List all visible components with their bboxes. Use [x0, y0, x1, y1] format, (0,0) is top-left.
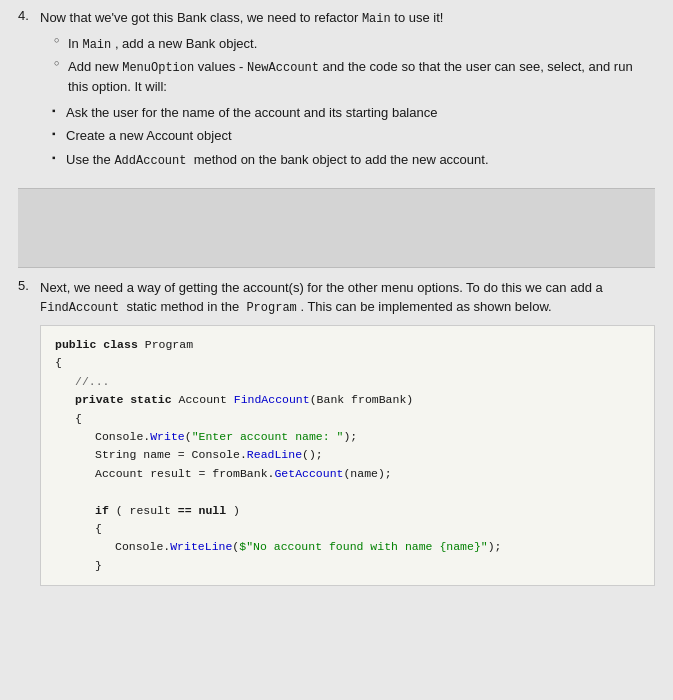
code-line-8: Account result = fromBank.GetAccount(nam… [55, 465, 640, 483]
item-4-intro: Now that we've got this Bank class, we n… [40, 8, 655, 28]
item-5-number: 5. [18, 278, 40, 587]
item-4: 4. Now that we've got this Bank class, w… [18, 8, 655, 176]
item-5-intro: Next, we need a way of getting the accou… [40, 278, 655, 318]
code-block: public class Program { //... private sta… [40, 325, 655, 586]
method-writeline: WriteLine [170, 540, 232, 553]
page-content: 4. Now that we've got this Bank class, w… [0, 0, 673, 614]
method-write: Write [150, 430, 185, 443]
code-line-1: public class Program [55, 336, 640, 354]
kw-if: if [95, 504, 109, 517]
code-line-2: { [55, 354, 640, 372]
code-line-12: Console.WriteLine($"No account found wit… [55, 538, 640, 556]
divider-area [18, 188, 655, 268]
item-4-bullets: Ask the user for the name of the account… [52, 103, 655, 170]
subbullet-2: Add new MenuOption values - NewAccount a… [54, 57, 655, 97]
findaccount-code: FindAccount [40, 301, 119, 315]
kw-public: public class [55, 338, 138, 351]
code-line-3: //... [55, 373, 640, 391]
item-4-subbullets: In Main , add a new Bank object. Add new… [54, 34, 655, 97]
method-readline: ReadLine [247, 448, 302, 461]
kw-null: null [199, 504, 227, 517]
code-line-13: } [55, 557, 640, 575]
code-line-5: { [55, 410, 640, 428]
string-1: "Enter account name: " [192, 430, 344, 443]
code-line-7: String name = Console.ReadLine(); [55, 446, 640, 464]
method-getaccount: GetAccount [274, 467, 343, 480]
code-line-9 [55, 483, 640, 501]
program-code: Program [246, 301, 296, 315]
newaccount-code: NewAccount [247, 61, 319, 75]
bullet-3: Use the AddAccount method on the bank ob… [52, 150, 655, 170]
code-line-11: { [55, 520, 640, 538]
main-code-1: Main [362, 12, 391, 26]
code-line-10: if ( result == null ) [55, 502, 640, 520]
item-5-body: Next, we need a way of getting the accou… [40, 278, 655, 587]
code-line-6: Console.Write("Enter account name: "); [55, 428, 640, 446]
item-5: 5. Next, we need a way of getting the ac… [18, 278, 655, 587]
kw-private-static: private static [75, 393, 172, 406]
bullet-2: Create a new Account object [52, 126, 655, 146]
method-findaccount: FindAccount [234, 393, 310, 406]
code-line-4: private static Account FindAccount(Bank … [55, 391, 640, 409]
comment-1: //... [75, 375, 110, 388]
string-2: $"No account found with name {name}" [239, 540, 487, 553]
kw-eq: == [178, 504, 192, 517]
menuoption-code: MenuOption [122, 61, 194, 75]
subbullet-1: In Main , add a new Bank object. [54, 34, 655, 54]
main-code-2: Main [82, 38, 111, 52]
item-4-number: 4. [18, 8, 40, 176]
item-4-body: Now that we've got this Bank class, we n… [40, 8, 655, 176]
addaccount-code: AddAccount [114, 154, 186, 168]
bullet-1: Ask the user for the name of the account… [52, 103, 655, 123]
